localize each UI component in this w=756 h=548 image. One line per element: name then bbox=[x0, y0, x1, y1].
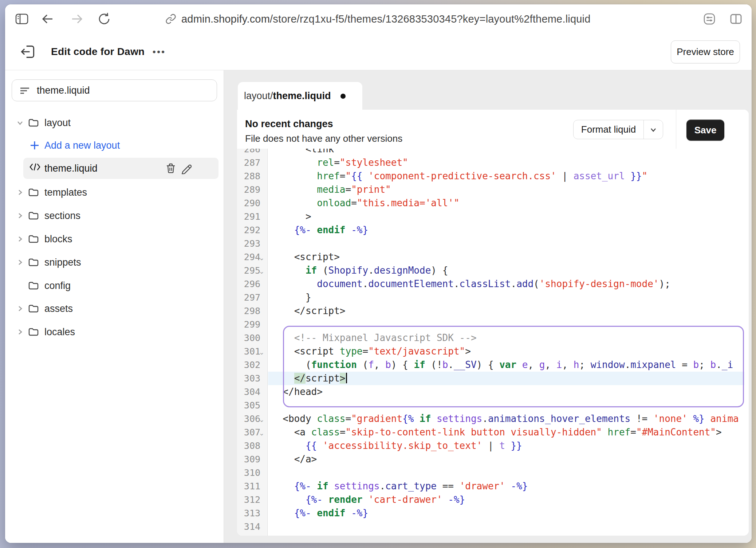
chevron-down-icon[interactable] bbox=[643, 120, 663, 139]
back-icon[interactable] bbox=[40, 12, 55, 26]
status-title: No recent changes bbox=[245, 118, 333, 130]
code-line[interactable]: </a> bbox=[268, 453, 744, 466]
code-line[interactable]: </script> bbox=[268, 304, 744, 318]
gutter-line bbox=[237, 533, 267, 536]
code-line[interactable]: {%- render 'cart-drawer' -%} bbox=[268, 493, 744, 506]
sidebar-item-sections[interactable]: sections bbox=[5, 205, 224, 226]
code-lines: <link rel="stylesheet" href="{{ 'compone… bbox=[268, 149, 749, 536]
gutter: 286287288289290291292293294⌄295⌄29629729… bbox=[237, 149, 267, 536]
sidebar-item-snippets[interactable]: snippets bbox=[5, 252, 224, 273]
sidebar-item-assets[interactable]: assets bbox=[5, 298, 224, 319]
chevron-right-icon bbox=[16, 235, 24, 243]
delete-file-icon[interactable] bbox=[165, 163, 177, 174]
gutter-line: 300 bbox=[237, 331, 267, 345]
code-line[interactable]: > bbox=[268, 210, 744, 223]
browser-toolbar: admin.shopify.com/store/rzq1xu-f5/themes… bbox=[5, 4, 752, 34]
code-editor[interactable]: 286287288289290291292293294⌄295⌄29629729… bbox=[237, 149, 749, 536]
gutter-line: 304 bbox=[237, 385, 267, 399]
chevron-right-icon bbox=[16, 212, 24, 220]
reload-icon[interactable] bbox=[97, 12, 111, 26]
content-area: theme.liquid layout Add a new layout the… bbox=[5, 70, 752, 543]
sidebar-item-locales[interactable]: locales bbox=[5, 321, 224, 342]
code-line[interactable]: {%- if settings.cart_type == 'drawer' -%… bbox=[268, 480, 744, 493]
code-line[interactable]: rel="stylesheet" bbox=[268, 156, 744, 169]
folder-icon bbox=[28, 280, 39, 291]
split-view-icon[interactable] bbox=[729, 12, 743, 26]
code-line[interactable]: if (Shopify.designMode) { bbox=[268, 264, 744, 277]
code-line[interactable]: <script src="{{ 'global.js' | asset_url … bbox=[268, 533, 744, 536]
gutter-line: 287 bbox=[237, 156, 267, 169]
gutter-line: 298 bbox=[237, 304, 267, 318]
code-line[interactable] bbox=[268, 520, 744, 533]
exit-icon[interactable] bbox=[20, 44, 36, 60]
code-line[interactable]: {%- endif -%} bbox=[268, 223, 744, 237]
code-line[interactable]: <script type="text/javascript"> bbox=[268, 345, 744, 358]
code-line[interactable]: </head> bbox=[268, 385, 744, 399]
code-line[interactable]: {%- endif -%} bbox=[268, 506, 744, 520]
code-line[interactable]: <a class="skip-to-content-link button vi… bbox=[268, 426, 744, 439]
code-line[interactable]: <script> bbox=[268, 250, 744, 264]
fold-chevron-icon[interactable]: ⌄ bbox=[259, 346, 264, 359]
forward-icon[interactable] bbox=[70, 12, 84, 26]
gutter-line: 305 bbox=[237, 399, 267, 412]
code-line[interactable]: <body class="gradient{% if settings.anim… bbox=[268, 412, 744, 426]
fold-chevron-icon[interactable]: ⌄ bbox=[259, 413, 264, 427]
editor-region: layout/theme.liquid No recent changes Fi… bbox=[224, 70, 752, 543]
code-line[interactable]: <link bbox=[268, 149, 744, 156]
preview-store-button[interactable]: Preview store bbox=[671, 40, 740, 63]
code-line[interactable] bbox=[268, 466, 744, 480]
code-area[interactable]: <link rel="stylesheet" href="{{ 'compone… bbox=[268, 149, 749, 536]
sidebar-item-layout[interactable]: layout bbox=[5, 112, 224, 133]
sidebar-item-templates[interactable]: templates bbox=[5, 182, 224, 203]
format-liquid-button[interactable]: Format liquid bbox=[573, 120, 663, 139]
sidebar-item-blocks[interactable]: blocks bbox=[5, 228, 224, 250]
line-number-gutter: 286287288289290291292293294⌄295⌄29629729… bbox=[237, 149, 268, 536]
gutter-line: 306⌄ bbox=[237, 412, 267, 426]
gutter-line: 314 bbox=[237, 520, 267, 533]
code-line[interactable] bbox=[268, 318, 744, 331]
panel-header: No recent changes File does not have any… bbox=[237, 110, 749, 149]
fold-chevron-icon[interactable]: ⌄ bbox=[259, 265, 264, 278]
sidebar-item-config[interactable]: config bbox=[5, 275, 224, 296]
gutter-line: 307⌄ bbox=[237, 426, 267, 439]
code-line[interactable]: media="print" bbox=[268, 183, 744, 196]
gutter-line: 312 bbox=[237, 493, 267, 506]
url-path: /store/rzq1xu-f5/themes/132683530345?key… bbox=[270, 13, 591, 25]
fold-chevron-icon[interactable]: ⌄ bbox=[259, 427, 264, 440]
tab-filename: theme.liquid bbox=[273, 90, 331, 102]
sidebar-toggle-icon[interactable] bbox=[15, 12, 29, 26]
code-line-active[interactable]: </script> bbox=[268, 372, 744, 385]
fold-chevron-icon[interactable]: ⌄ bbox=[259, 251, 264, 265]
gutter-line: 291 bbox=[237, 210, 267, 223]
code-line[interactable]: onload="this.media='all'" bbox=[268, 196, 744, 210]
rename-file-icon[interactable] bbox=[180, 163, 192, 174]
chevron-right-icon bbox=[16, 305, 24, 313]
gutter-line: 297 bbox=[237, 291, 267, 304]
tab-theme-liquid[interactable]: layout/theme.liquid bbox=[238, 82, 362, 110]
url-text: admin.shopify.com/store/rzq1xu-f5/themes… bbox=[181, 13, 591, 25]
file-sidebar: theme.liquid layout Add a new layout the… bbox=[5, 70, 224, 543]
page-settings-icon[interactable] bbox=[702, 12, 717, 26]
code-line[interactable]: {{ 'accessibility.skip_to_text' | t }} bbox=[268, 439, 744, 453]
code-line[interactable]: document.documentElement.classList.add('… bbox=[268, 277, 744, 291]
code-line[interactable] bbox=[268, 399, 744, 412]
url-domain: admin.shopify.com bbox=[181, 13, 270, 25]
url-bar[interactable]: admin.shopify.com/store/rzq1xu-f5/themes… bbox=[165, 4, 591, 34]
code-line[interactable] bbox=[268, 237, 744, 250]
add-new-layout-button[interactable]: Add a new layout bbox=[5, 135, 224, 156]
code-line[interactable]: (function (f, b) { if (!b.__SV) { var e,… bbox=[268, 358, 744, 372]
save-button[interactable]: Save bbox=[686, 120, 724, 141]
folder-icon bbox=[28, 117, 39, 129]
code-line[interactable]: <!-- Mixpanel Javascript SDK --> bbox=[268, 331, 744, 345]
chevron-right-icon bbox=[16, 258, 24, 266]
file-search-input[interactable]: theme.liquid bbox=[12, 79, 217, 101]
editor-panel: No recent changes File does not have any… bbox=[237, 110, 749, 536]
sidebar-item-theme-liquid[interactable]: theme.liquid bbox=[5, 158, 224, 179]
gutter-line: 311 bbox=[237, 480, 267, 493]
gutter-line: 295⌄ bbox=[237, 264, 267, 277]
plus-icon bbox=[29, 140, 40, 151]
code-line[interactable]: href="{{ 'component-predictive-search.cs… bbox=[268, 169, 744, 183]
gutter-line: 293 bbox=[237, 237, 267, 250]
code-line[interactable]: } bbox=[268, 291, 744, 304]
more-actions-button[interactable]: ••• bbox=[149, 43, 169, 60]
